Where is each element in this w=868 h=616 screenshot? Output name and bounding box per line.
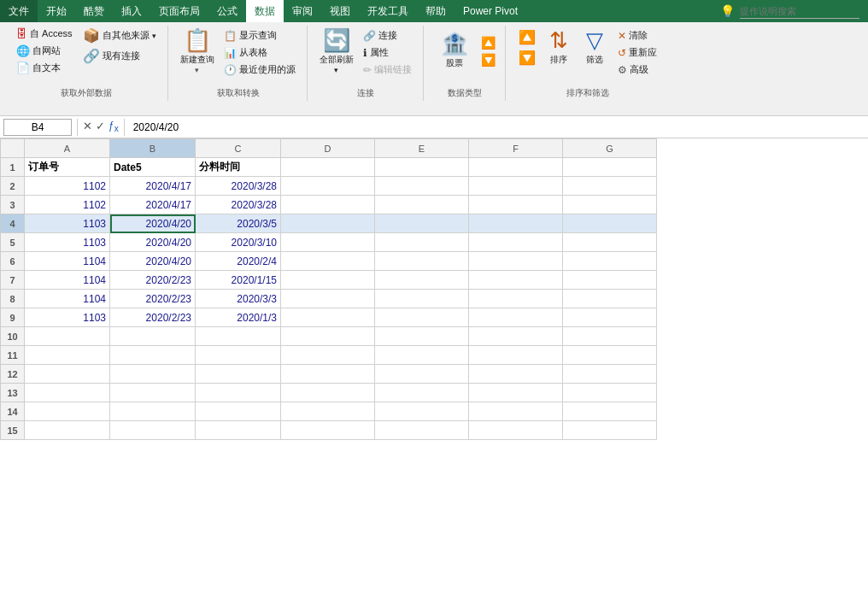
ribbon-btn-az[interactable]: 🔼	[514, 27, 540, 47]
ribbon-btn-connections[interactable]: 🔗 连接	[359, 27, 416, 44]
table-cell[interactable]	[469, 196, 563, 214]
menu-layout[interactable]: 页面布局	[150, 0, 208, 22]
table-cell[interactable]	[375, 346, 469, 365]
table-cell[interactable]	[281, 177, 375, 196]
ribbon-btn-text[interactable]: 📄 自文本	[12, 60, 77, 76]
table-cell[interactable]	[375, 402, 469, 421]
row-header[interactable]: 14	[1, 402, 25, 421]
table-cell[interactable]: 2020/3/5	[196, 214, 281, 233]
col-header-b[interactable]: B	[110, 139, 196, 158]
table-cell[interactable]	[281, 421, 375, 440]
table-cell[interactable]: 2020/3/28	[196, 177, 281, 196]
table-cell[interactable]	[281, 308, 375, 327]
table-cell[interactable]	[281, 365, 375, 384]
table-cell[interactable]	[563, 421, 657, 440]
table-cell[interactable]	[469, 346, 563, 365]
table-cell[interactable]: 2020/3/28	[196, 196, 281, 214]
ribbon-btn-new-query[interactable]: 📋 新建查询	[177, 26, 218, 76]
ribbon-btn-refresh-all[interactable]: 🔄 全部刷新	[316, 26, 357, 76]
menu-review[interactable]: 审阅	[284, 0, 321, 22]
cell-ref-input[interactable]	[3, 119, 72, 136]
table-cell[interactable]	[25, 402, 110, 421]
ribbon-btn-from-table[interactable]: 📊 从表格	[220, 44, 300, 61]
table-cell[interactable]	[281, 214, 375, 233]
ribbon-btn-reapply[interactable]: ↺ 重新应	[613, 44, 661, 61]
table-cell[interactable]	[469, 308, 563, 327]
table-cell[interactable]	[196, 384, 281, 402]
row-header[interactable]: 7	[1, 271, 25, 290]
ribbon-btn-existing-connections[interactable]: 🔗 现有连接	[79, 46, 161, 66]
table-cell[interactable]	[281, 271, 375, 290]
table-cell[interactable]	[563, 233, 657, 252]
row-header[interactable]: 3	[1, 196, 25, 214]
table-cell[interactable]	[281, 233, 375, 252]
row-header[interactable]: 1	[1, 158, 25, 177]
table-cell[interactable]	[469, 233, 563, 252]
row-header[interactable]: 10	[1, 327, 25, 346]
col-header-e[interactable]: E	[375, 139, 469, 158]
row-header[interactable]: 6	[1, 252, 25, 271]
ribbon-btn-filter[interactable]: ▽ 筛选	[578, 26, 612, 67]
table-cell[interactable]	[25, 384, 110, 402]
table-cell[interactable]	[110, 384, 196, 402]
table-cell[interactable]: 2020/3/10	[196, 233, 281, 252]
table-cell[interactable]: 2020/4/20	[110, 214, 196, 233]
row-header[interactable]: 13	[1, 384, 25, 402]
table-cell[interactable]	[196, 346, 281, 365]
table-cell[interactable]: 1104	[25, 252, 110, 271]
table-cell[interactable]	[375, 252, 469, 271]
table-cell[interactable]	[281, 158, 375, 177]
insert-function-icon[interactable]: ƒx	[108, 120, 119, 133]
table-cell[interactable]	[281, 252, 375, 271]
table-cell[interactable]	[375, 233, 469, 252]
table-cell[interactable]	[469, 252, 563, 271]
row-header[interactable]: 8	[1, 290, 25, 308]
search-input[interactable]	[740, 3, 859, 19]
menu-powerpivot[interactable]: Power Pivot	[455, 0, 526, 22]
ribbon-btn-sort[interactable]: ⇅ 排序	[542, 26, 576, 67]
row-header[interactable]: 2	[1, 177, 25, 196]
table-cell[interactable]	[110, 421, 196, 440]
table-cell[interactable]	[375, 196, 469, 214]
ribbon-btn-show-query[interactable]: 📋 显示查询	[220, 27, 300, 44]
menu-insert[interactable]: 插入	[113, 0, 150, 22]
col-header-g[interactable]: G	[563, 139, 657, 158]
table-cell[interactable]	[281, 290, 375, 308]
table-cell[interactable]: 1103	[25, 308, 110, 327]
table-cell[interactable]: 2020/4/17	[110, 196, 196, 214]
ribbon-btn-access[interactable]: 🗄 自 Access	[12, 26, 77, 42]
menu-kz[interactable]: 酷赞	[75, 0, 113, 22]
table-cell[interactable]: 2020/2/23	[110, 290, 196, 308]
table-cell[interactable]	[375, 365, 469, 384]
table-cell[interactable]	[563, 158, 657, 177]
col-header-c[interactable]: C	[196, 139, 281, 158]
menu-file[interactable]: 文件	[0, 0, 38, 22]
table-cell[interactable]: 1103	[25, 214, 110, 233]
table-cell[interactable]: 2020/4/17	[110, 177, 196, 196]
row-header[interactable]: 4	[1, 214, 25, 233]
table-cell[interactable]	[25, 421, 110, 440]
table-cell[interactable]	[281, 346, 375, 365]
table-cell[interactable]	[563, 290, 657, 308]
table-cell[interactable]: 1104	[25, 290, 110, 308]
table-cell[interactable]: 2020/3/3	[196, 290, 281, 308]
table-cell[interactable]	[375, 384, 469, 402]
col-header-a[interactable]: A	[25, 139, 110, 158]
table-cell[interactable]: 2020/4/20	[110, 233, 196, 252]
table-cell[interactable]	[469, 421, 563, 440]
table-cell[interactable]	[563, 365, 657, 384]
table-cell[interactable]	[375, 158, 469, 177]
table-cell[interactable]: 2020/2/23	[110, 271, 196, 290]
row-header[interactable]: 5	[1, 233, 25, 252]
ribbon-btn-za[interactable]: 🔽	[514, 48, 540, 67]
table-cell[interactable]	[196, 365, 281, 384]
table-cell[interactable]	[469, 271, 563, 290]
table-cell[interactable]	[281, 327, 375, 346]
table-cell[interactable]	[375, 177, 469, 196]
table-cell[interactable]	[25, 365, 110, 384]
menu-view[interactable]: 视图	[321, 0, 359, 22]
table-cell[interactable]: 2020/1/3	[196, 308, 281, 327]
table-cell[interactable]: 2020/4/20	[110, 252, 196, 271]
table-cell[interactable]: 分料时间	[196, 158, 281, 177]
ribbon-btn-advanced[interactable]: ⚙ 高级	[613, 62, 661, 78]
